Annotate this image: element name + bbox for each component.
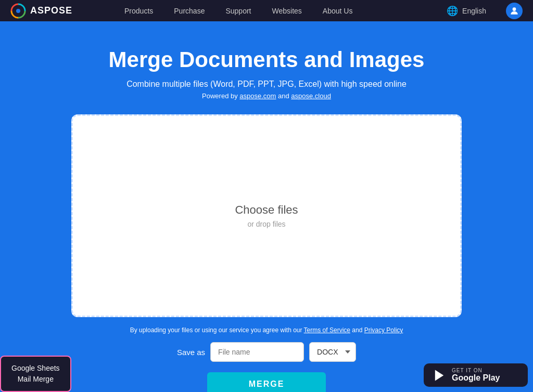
save-as-row: Save as DOCX PDF PPT JPG XLSX <box>10 342 523 362</box>
powered-and: and <box>276 92 291 100</box>
nav-link-about-us[interactable]: About Us <box>312 0 363 21</box>
page-subtitle: Combine multiple files (Word, PDF, PPT, … <box>10 80 523 89</box>
google-play-icon <box>432 368 447 383</box>
user-avatar[interactable] <box>506 3 523 19</box>
get-it-on-text: GET IT ON <box>452 368 500 373</box>
upload-dropzone[interactable]: Choose files or drop files <box>71 114 462 317</box>
globe-icon: 🌐 <box>447 5 458 17</box>
main-content: Merge Documents and Images Combine multi… <box>0 21 533 392</box>
aspose-com-link[interactable]: aspose.com <box>239 92 276 100</box>
banner-line2: Mail Merge <box>11 374 60 385</box>
privacy-policy-link[interactable]: Privacy Policy <box>364 326 403 334</box>
banner-line1: Google Sheets <box>11 363 60 374</box>
terms-text: By uploading your files or using our ser… <box>10 326 523 334</box>
nav-link-support[interactable]: Support <box>215 0 261 21</box>
save-as-label: Save as <box>177 348 205 357</box>
choose-files-text: Choose files <box>235 203 298 217</box>
nav-link-purchase[interactable]: Purchase <box>163 0 215 21</box>
google-play-banner[interactable]: GET IT ON Google Play <box>424 363 528 387</box>
powered-by: Powered by aspose.com and aspose.cloud <box>10 92 523 100</box>
nav-link-products[interactable]: Products <box>114 0 163 21</box>
google-play-text: GET IT ON Google Play <box>452 368 500 383</box>
nav-links: Products Purchase Support Websites About… <box>114 0 447 21</box>
google-sheets-banner[interactable]: Google Sheets Mail Merge <box>0 356 71 392</box>
powered-prefix: Powered by <box>202 92 239 100</box>
user-icon <box>509 6 519 16</box>
store-name-text: Google Play <box>452 373 500 383</box>
terms-prefix: By uploading your files or using our ser… <box>130 326 304 334</box>
nav-link-websites[interactable]: Websites <box>261 0 312 21</box>
language-label[interactable]: English <box>462 7 486 15</box>
terms-of-service-link[interactable]: Terms of Service <box>304 326 350 334</box>
aspose-logo-icon <box>10 3 26 19</box>
brand-name: ASPOSE <box>30 5 72 16</box>
format-select[interactable]: DOCX PDF PPT JPG XLSX <box>309 342 356 362</box>
svg-point-2 <box>513 7 516 11</box>
terms-and: and <box>350 326 364 334</box>
svg-marker-3 <box>435 370 443 381</box>
merge-button[interactable]: MERGE <box>207 372 326 392</box>
aspose-cloud-link[interactable]: aspose.cloud <box>291 92 331 100</box>
navbar-right: 🌐 English <box>447 3 523 19</box>
logo[interactable]: ASPOSE <box>10 3 72 19</box>
file-name-input[interactable] <box>210 342 304 362</box>
navbar: ASPOSE Products Purchase Support Website… <box>0 0 533 21</box>
drop-files-text: or drop files <box>247 220 285 228</box>
page-title: Merge Documents and Images <box>10 47 523 72</box>
svg-point-1 <box>16 9 20 13</box>
